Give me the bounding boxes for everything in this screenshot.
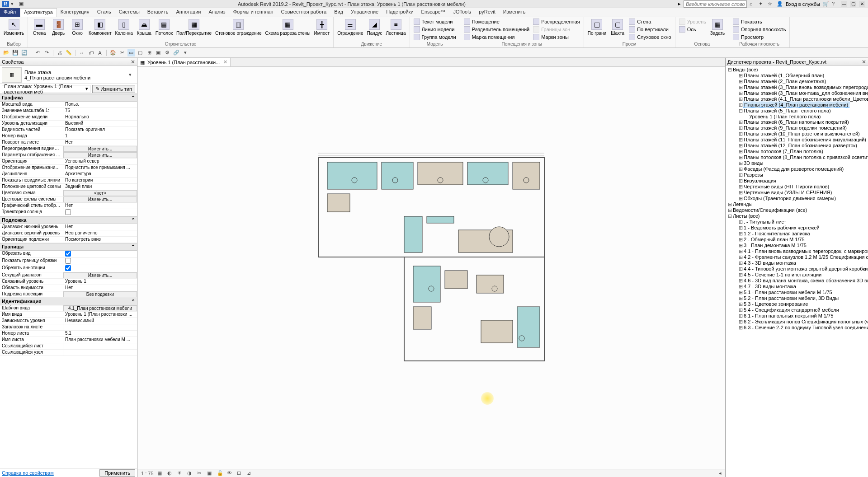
property-row[interactable]: Значение масштаба 1:75 [0, 108, 137, 114]
property-checkbox[interactable] [65, 258, 71, 264]
room-mark-button[interactable]: Марка помещения [463, 33, 531, 41]
tree-node[interactable]: ⊞5.3 - Цветовое зонирование [726, 301, 867, 307]
tree-node[interactable]: ⊞Планы этажей (1_Обмерный план) [726, 73, 867, 79]
tree-node[interactable]: ⊞1.2 - Пояснительная записка [726, 231, 867, 237]
tab-insert[interactable]: Вставить [144, 8, 173, 17]
section-graphics[interactable]: Графика⌃ [0, 94, 137, 102]
tree-node[interactable]: ⊞Планы этажей (6_План напольных покрытий… [726, 119, 867, 125]
column-button[interactable]: ▯Колонна [114, 18, 134, 41]
property-row[interactable]: Уровень детализацииВысокий [0, 121, 137, 127]
property-row[interactable]: ДисциплинаАрхитектура [0, 171, 137, 178]
3d-icon[interactable]: 🏠 [109, 49, 117, 56]
help-icon[interactable]: ? [832, 1, 838, 7]
tree-legends[interactable]: ⊞Легенды [726, 201, 867, 207]
property-row[interactable]: Номер листа5.1 [0, 331, 137, 337]
property-value[interactable]: Нет [63, 203, 137, 209]
area-boundary-button[interactable]: Границы зон [532, 26, 580, 33]
property-row[interactable]: Имя видаУровень 1 (План расстановки ... [0, 312, 137, 318]
property-value[interactable]: <нет> [63, 190, 137, 196]
tree-node[interactable]: ⊞4.2 - Фрагменты санузлов 1,2 М 1/25 Спе… [726, 254, 867, 260]
property-row[interactable]: Траектория солнца [0, 209, 137, 216]
tree-node[interactable]: ⊞6.2 - Экспликация полов Спецификация на… [726, 319, 867, 325]
property-value[interactable]: По категории [63, 178, 137, 183]
close-icon[interactable]: ✕ [862, 59, 866, 65]
property-value[interactable]: 75 [63, 108, 137, 114]
sun-path-icon[interactable]: ☀ [177, 470, 184, 477]
tree-level-node[interactable]: Уровень 1 (План теплого пола) [726, 114, 867, 119]
property-value[interactable]: Нет [63, 140, 137, 145]
property-row[interactable]: Обрезать вид [0, 251, 137, 258]
property-value[interactable]: Без подрезки [63, 291, 137, 297]
undo-icon[interactable]: ↶ [34, 49, 41, 56]
tree-node[interactable]: ⊞4.5 - Сечение 1-1 по инсталляции [726, 272, 867, 278]
wall-button[interactable]: ▬Стена [31, 18, 48, 41]
property-value[interactable] [63, 343, 137, 349]
tree-node[interactable]: ⊞Чертежные виды (НП_Пироги полов) [726, 184, 867, 190]
thin-lines-icon[interactable]: ▭ [127, 49, 135, 56]
tree-node[interactable]: ⊞. - Титульный лист [726, 219, 867, 225]
modify-button[interactable]: ↖ Изменить [3, 18, 25, 41]
property-value[interactable] [63, 265, 137, 272]
close-icon[interactable]: ✕ [223, 59, 227, 65]
crop-icon[interactable]: ✂ [197, 470, 203, 477]
property-value[interactable]: Нет [63, 224, 137, 230]
key-icon[interactable]: ✦ [759, 1, 765, 7]
property-row[interactable]: Показать невидимые линииПо категории [0, 178, 137, 184]
property-row[interactable]: Графический стиль отображ...Нет [0, 203, 137, 209]
tab-systems[interactable]: Системы [115, 8, 144, 17]
property-row[interactable]: Параметры отображения гра...Изменить... [0, 152, 137, 159]
tree-node[interactable]: ⊞1 - Ведомость рабочих чертежей [726, 225, 867, 231]
tree-node[interactable]: ⊞Разрезы [726, 172, 867, 178]
tree-node[interactable]: ⊞Планы этажей (10_План розеток и выключа… [726, 131, 867, 137]
property-value[interactable]: Независимый [63, 318, 137, 324]
property-value[interactable]: Условный север [63, 159, 137, 164]
property-row[interactable]: ОриентацияУсловный север [0, 159, 137, 165]
dormer-button[interactable]: Слуховое окно [628, 33, 672, 41]
show-button[interactable]: Показать [732, 18, 787, 25]
property-value[interactable]: Показать оригинал [63, 127, 137, 133]
property-value[interactable]: Изменить... [63, 152, 137, 158]
recent-docs-icon[interactable]: ▣ [19, 1, 25, 7]
aligned-dim-icon[interactable]: ↔ [78, 49, 85, 56]
tab-structure[interactable]: Конструкция [57, 8, 94, 17]
property-row[interactable]: Имя листаПлан расстановки мебели М ... [0, 337, 137, 343]
property-value[interactable]: Высокий [63, 121, 137, 126]
edit-type-button[interactable]: ✎Изменить тип [92, 85, 135, 93]
curtain-button[interactable]: ▥Стеновое ограждение [214, 18, 263, 41]
tab-jotools[interactable]: JOTools [449, 8, 475, 17]
property-value[interactable]: 5.1 [63, 331, 137, 337]
tab-view[interactable]: Вид [330, 8, 347, 17]
infocenter-icon[interactable]: ⌕ [750, 1, 756, 7]
apply-button[interactable]: Применить [99, 469, 135, 477]
tree-node[interactable]: ⊞Планы потолков (7_План потолка) [726, 149, 867, 154]
tree-node[interactable]: ⊞Планы потолков (8_План потолка с привяз… [726, 154, 867, 160]
property-row[interactable]: Поворот на листеНет [0, 140, 137, 146]
property-row[interactable]: Переопределения видимости...Изменить... [0, 146, 137, 152]
ramp-button[interactable]: ◢Пандус [366, 18, 383, 41]
temp-hide-icon[interactable]: 👁 [227, 470, 233, 477]
tag-icon[interactable]: 🏷 [87, 49, 94, 56]
tree-views-root[interactable]: ⊟Виды (все) [726, 67, 867, 73]
properties-help-link[interactable]: Справка по свойствам [2, 470, 54, 476]
property-row[interactable]: Шаблон вида4.1_План расстановки мебели [0, 305, 137, 312]
analytical-icon[interactable]: ⊿ [247, 470, 253, 477]
star-icon[interactable]: ☆ [768, 1, 774, 7]
login-label[interactable]: Вход в службы [786, 1, 820, 7]
switch-windows-icon[interactable]: ⊞ [146, 49, 153, 56]
tree-schedules[interactable]: ⊞Ведомости/Спецификации (все) [726, 207, 867, 213]
area-tag-button[interactable]: Марки зоны [532, 33, 580, 41]
property-value[interactable]: План расстановки мебели М ... [63, 337, 137, 343]
property-value[interactable] [63, 350, 137, 355]
property-value[interactable]: Подчистить все примыкания ... [63, 165, 137, 171]
property-value[interactable]: Изменить... [63, 196, 137, 202]
tree-node[interactable]: ⊞Визуализация [726, 178, 867, 184]
tree-node[interactable]: ⊞5.1 - План расстановки мебели М 1/75 [726, 290, 867, 295]
text-icon[interactable]: A [96, 49, 104, 56]
property-row[interactable]: Подрезка проекцииБез подрезки [0, 291, 137, 298]
level-button[interactable]: Уровень [678, 18, 707, 25]
property-row[interactable]: Ориентация подложкиПосмотреть вниз [0, 237, 137, 243]
property-value[interactable]: 4.1_План расстановки мебели [63, 305, 137, 311]
tree-node[interactable]: ⊞Планы этажей (9_План отделки помещений) [726, 125, 867, 131]
cart-icon[interactable]: 🛒 [823, 1, 829, 7]
area-button[interactable]: Распределенная [532, 18, 580, 25]
